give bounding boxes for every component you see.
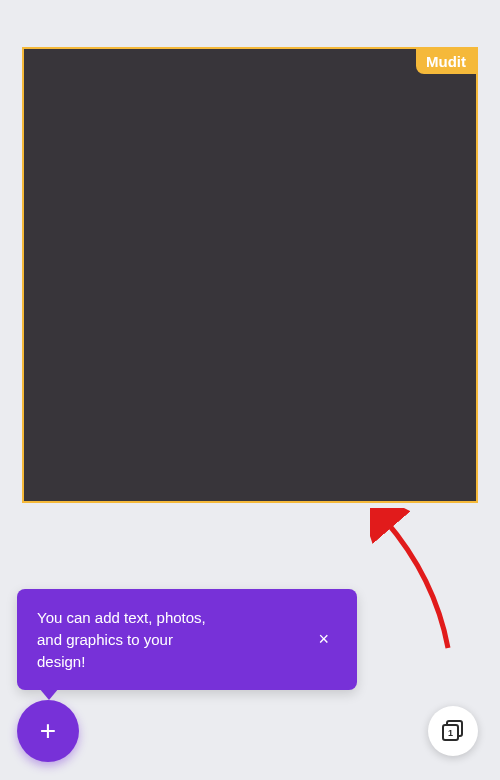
tooltip-pointer xyxy=(39,688,59,700)
onboarding-tooltip: You can add text, photos, and graphics t… xyxy=(17,589,357,690)
pages-icon: 1 xyxy=(442,720,464,742)
tooltip-close-button[interactable]: × xyxy=(310,625,337,654)
design-canvas[interactable]: Mudit xyxy=(22,47,478,503)
plus-icon: + xyxy=(40,715,56,747)
collaborator-name: Mudit xyxy=(426,53,466,70)
tooltip-message: You can add text, photos, and graphics t… xyxy=(37,607,217,672)
collaborator-badge: Mudit xyxy=(416,49,476,74)
pages-button[interactable]: 1 xyxy=(428,706,478,756)
page-count: 1 xyxy=(442,724,459,741)
close-icon: × xyxy=(318,629,329,649)
add-element-button[interactable]: + xyxy=(17,700,79,762)
annotation-arrow-icon xyxy=(370,508,460,658)
